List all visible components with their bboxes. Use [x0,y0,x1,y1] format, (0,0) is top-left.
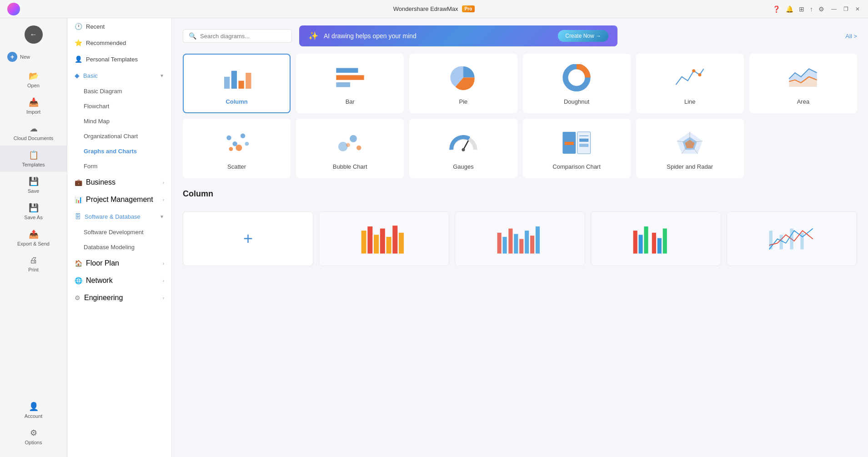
svg-rect-60 [769,231,772,249]
business-icon: 💼 [75,179,82,186]
svg-point-11 [698,73,702,76]
column-icon-area [191,62,282,94]
export-item[interactable]: 📤 Export & Send [0,225,67,251]
topbar-icons: ❓ 🔔 ⊞ ↑ ⚙ [773,5,824,13]
print-item[interactable]: 🖨 Print [0,251,67,277]
sidebar-sub-form[interactable]: Form [67,159,171,174]
sidebar-sub-db-model[interactable]: Database Modeling [67,240,171,255]
sidebar-sub-sw-dev[interactable]: Software Development [67,225,171,240]
sidebar-group-basic-header[interactable]: ◆ Basic ▼ [67,67,171,84]
chart-card-spider[interactable]: Spider and Radar [636,119,744,178]
sidebar-sub-basic-diagram[interactable]: Basic Diagram [67,84,171,99]
apps-icon[interactable]: ⊞ [799,5,804,13]
new-label: New [20,54,30,60]
chart-card-gauges[interactable]: Gauges [409,119,517,178]
sidebar-group-software: 🗄 Software & Database ▼ Software Develop… [67,208,171,255]
bell-icon[interactable]: 🔔 [786,5,793,13]
column-section: Column + [183,189,857,266]
search-input[interactable] [200,33,286,40]
template-preview-svg-3 [631,222,681,256]
sidebar-item-recommended[interactable]: ⭐ Recommended [67,35,171,51]
sidebar-group-software-header[interactable]: 🗄 Software & Database ▼ [67,208,171,225]
sidebar-group-business-header[interactable]: 💼 Business › [67,174,171,191]
scatter-label: Scatter [227,163,246,170]
line-icon-area [644,62,736,94]
svg-rect-4 [336,68,358,73]
basic-group-label: Basic [83,72,98,79]
svg-rect-29 [579,139,588,142]
share-icon[interactable]: ↑ [810,5,813,13]
area-label: Area [797,98,809,105]
template-card-1[interactable] [319,211,449,266]
new-item[interactable]: + New [0,47,67,66]
print-icon: 🖨 [30,256,38,265]
chart-card-comparison[interactable]: Comparison Chart [523,119,631,178]
column-section-header: Column [183,189,857,206]
recent-icon: 🕐 [75,23,82,30]
minimize-btn[interactable]: — [831,6,837,12]
scatter-icon-area [191,127,282,159]
template-card-2[interactable] [455,211,585,266]
svg-rect-62 [790,228,793,249]
engineering-label: Engineering [84,294,123,302]
floor-label: Floor Plan [86,259,119,267]
search-box[interactable]: 🔍 [183,29,292,43]
doughnut-icon-area [531,62,622,94]
cloud-item[interactable]: ☁ Cloud Documents [0,119,67,146]
new-plus-icon: + [7,52,17,62]
comparison-chart-icon [561,129,592,156]
options-item[interactable]: ⚙ Options [0,423,67,450]
personal-icon: 👤 [75,55,82,63]
chart-card-pie[interactable]: Pie [409,54,517,113]
import-item[interactable]: 📥 Import [0,93,67,119]
import-icon: 📥 [29,97,39,107]
print-label: Print [28,267,39,272]
account-item[interactable]: 👤 Account [0,397,67,423]
sidebar-group-network-header[interactable]: 🌐 Network › [67,272,171,289]
settings-icon[interactable]: ⚙ [818,5,824,13]
ai-banner: ✨ AI drawing helps open your mind Create… [299,25,617,46]
add-new-template-card[interactable]: + [183,211,313,266]
sidebar-sub-flowchart[interactable]: Flowchart [67,99,171,114]
column-label: Column [226,98,247,105]
open-item[interactable]: 📂 Open [0,66,67,93]
templates-icon: 📋 [29,150,39,160]
create-now-button[interactable]: Create Now → [558,30,608,42]
svg-point-25 [462,148,465,151]
all-link[interactable]: All > [845,33,857,40]
sidebar-sub-mindmap[interactable]: Mind Map [67,114,171,129]
saveas-item[interactable]: 💾 Save As [0,198,67,225]
svg-rect-1 [231,71,236,89]
template-card-3[interactable] [591,211,721,266]
svg-rect-47 [502,236,507,253]
help-icon[interactable]: ❓ [773,5,780,13]
sidebar-group-engineering-header[interactable]: ⚙ Engineering › [67,289,171,306]
export-label: Export & Send [17,241,50,246]
chart-card-scatter[interactable]: Scatter [183,119,291,178]
chart-card-column[interactable]: Column [183,54,291,113]
chart-card-doughnut[interactable]: Doughnut [523,54,631,113]
back-button[interactable]: ← [25,25,43,44]
chart-card-area[interactable]: Area [749,54,857,113]
sidebar-sub-graphs[interactable]: Graphs and Charts [67,144,171,159]
pie-icon-area [417,62,509,94]
sidebar-group-floor-header[interactable]: 🏠 Floor Plan › [67,255,171,272]
sidebar-item-personal[interactable]: 👤 Personal Templates [67,51,171,67]
app-title: Wondershare EdrawMax Pro [393,5,475,12]
template-card-4[interactable] [727,211,857,266]
gauges-label: Gauges [453,163,474,170]
sidebar-sub-orgchart[interactable]: Organizational Chart [67,129,171,144]
chart-card-line[interactable]: Line [636,54,744,113]
maximize-btn[interactable]: ❐ [843,6,849,12]
window-controls: ❓ 🔔 ⊞ ↑ ⚙ — ❐ ✕ [831,6,861,12]
templates-item[interactable]: 📋 Templates [0,146,67,172]
save-item[interactable]: 💾 Save [0,172,67,198]
chart-card-bar[interactable]: Bar [296,54,404,113]
sidebar-group-project-header[interactable]: 📊 Project Management › [67,191,171,208]
svg-rect-50 [519,239,523,253]
close-btn[interactable]: ✕ [854,6,861,12]
sidebar-item-recent[interactable]: 🕐 Recent [67,18,171,35]
sidebar-group-basic: ◆ Basic ▼ Basic Diagram Flowchart Mind M… [67,67,171,174]
chart-card-bubble[interactable]: Bubble Chart [296,119,404,178]
svg-rect-3 [246,73,251,89]
